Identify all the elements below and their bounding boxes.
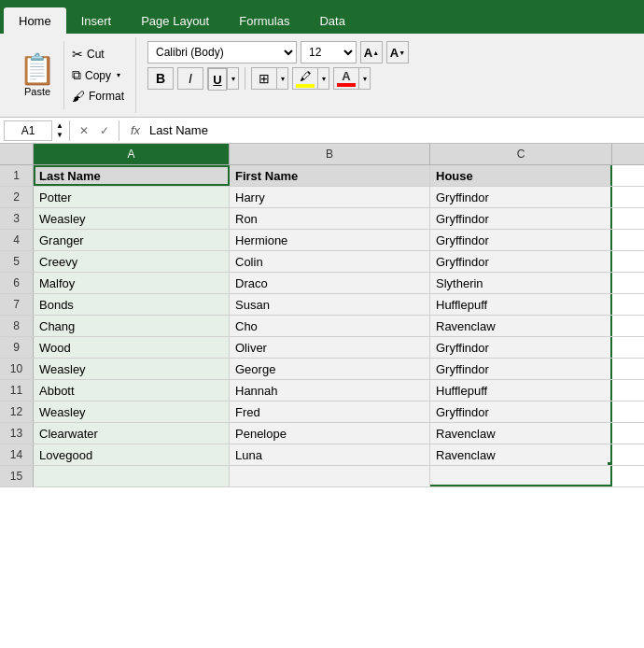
cell-b10[interactable]: George [230,359,430,379]
cell-b4[interactable]: Hermione [230,230,430,250]
cell-c15[interactable] [430,466,612,486]
cell-a15[interactable] [34,466,230,486]
paste-button[interactable]: 📋 Paste [11,41,64,109]
cell-a14[interactable]: Lovegood [34,444,230,465]
format-button[interactable]: 🖌 Format [68,87,128,106]
cell-b3[interactable]: Ron [230,208,430,229]
cell-b2[interactable]: Harry [230,187,430,207]
font-grow-button[interactable]: A▲ [360,41,383,63]
col-header-a[interactable]: A [34,144,230,164]
cell-c8[interactable]: Ravenclaw [430,316,612,336]
font-size-select[interactable]: 12 8 9 10 11 14 16 [301,41,357,63]
underline-dropdown[interactable]: ▾ [227,68,238,89]
cell-c7[interactable]: Hufflepuff [430,294,612,315]
col-header-b[interactable]: B [230,144,430,164]
font-color-bar [337,83,356,87]
tab-formulas[interactable]: Formulas [224,7,304,34]
cell-c5[interactable]: Gryffindor [430,251,612,272]
italic-button[interactable]: I [177,67,203,90]
row-number: 5 [0,251,34,272]
cell-b9[interactable]: Oliver [230,337,430,358]
underline-button[interactable]: U [208,68,227,91]
font-color-dropdown[interactable]: ▾ [358,68,370,89]
cell-b5[interactable]: Colin [230,251,430,272]
cell-c13[interactable]: Ravenclaw [430,423,612,444]
formula-content: Last Name [149,123,208,137]
border-button[interactable]: ⊞ ▾ [251,67,288,90]
cell-a8[interactable]: Chang [34,316,230,336]
cell-c10[interactable]: Gryffindor [430,359,612,379]
cut-button[interactable]: ✂ Cut [68,45,128,63]
cell-b14[interactable]: Luna [230,444,430,465]
cell-c14[interactable]: Ravenclaw [430,444,612,465]
cell-c12[interactable]: Gryffindor [430,401,612,422]
table-row: 3WeasleyRonGryffindor [0,208,644,230]
highlight-dropdown[interactable]: ▾ [317,68,329,89]
cell-b11[interactable]: Hannah [230,380,430,401]
cell-ref-arrows[interactable]: ▲ ▼ [56,121,63,139]
copy-button[interactable]: ⧉ Copy ▾ [68,65,128,85]
cell-c1[interactable]: House [430,165,612,186]
table-row: 5CreevyColinGryffindor [0,251,644,273]
row-number: 12 [0,401,34,422]
cell-b7[interactable]: Susan [230,294,430,315]
cell-c3[interactable]: Gryffindor [430,208,612,229]
cell-a5[interactable]: Creevy [34,251,230,272]
cell-a7[interactable]: Bonds [34,294,230,315]
cell-a3[interactable]: Weasley [34,208,230,229]
cell-c6[interactable]: Slytherin [430,273,612,293]
col-header-c[interactable]: C [430,144,612,164]
table-row: 2PotterHarryGryffindor [0,187,644,208]
row-number: 2 [0,187,34,207]
cell-a9[interactable]: Wood [34,337,230,358]
tab-page-layout[interactable]: Page Layout [126,7,224,34]
cell-a10[interactable]: Weasley [34,359,230,379]
highlight-color-button[interactable]: 🖍 ▾ [292,67,329,90]
font-shrink-button[interactable]: A▼ [386,41,409,63]
clipboard-group: 📋 Paste ✂ Cut ⧉ Copy ▾ 🖌 Format [7,37,136,113]
cell-c11[interactable]: Hufflepuff [430,380,612,401]
formula-divider2 [119,120,119,141]
cell-a1[interactable]: Last Name [34,165,230,186]
formula-bar: A1 ▲ ▼ ✕ ✓ fx Last Name [0,118,644,144]
cell-c4[interactable]: Gryffindor [430,230,612,250]
cell-c2[interactable]: Gryffindor [430,187,612,207]
copy-dropdown-icon[interactable]: ▾ [117,71,120,79]
cell-b13[interactable]: Penelope [230,423,430,444]
tab-insert[interactable]: Insert [66,7,127,34]
font-color-button[interactable]: A ▾ [333,67,371,90]
cell-c9[interactable]: Gryffindor [430,337,612,358]
cell-a12[interactable]: Weasley [34,401,230,422]
cell-a13[interactable]: Clearwater [34,423,230,444]
table-row: 13ClearwaterPenelopeRavenclaw [0,423,644,444]
cut-icon: ✂ [72,47,83,62]
table-row: 4GrangerHermioneGryffindor [0,230,644,251]
formula-confirm-button[interactable]: ✓ [96,124,113,137]
bold-button[interactable]: B [147,67,174,90]
cell-ref-up-arrow[interactable]: ▲ [56,121,63,130]
row-number: 1 [0,165,34,186]
cell-b12[interactable]: Fred [230,401,430,422]
table-row: 1Last NameFirst NameHouse [0,165,644,187]
cell-b6[interactable]: Draco [230,273,430,293]
font-family-select[interactable]: Calibri (Body) [147,41,297,63]
cell-a4[interactable]: Granger [34,230,230,250]
fill-handle[interactable] [608,462,612,465]
paste-icon: 📋 [19,54,56,84]
cell-a6[interactable]: Malfoy [34,273,230,293]
table-row: 11AbbottHannahHufflepuff [0,380,644,401]
ribbon-body: 📋 Paste ✂ Cut ⧉ Copy ▾ 🖌 Format Calibri … [0,34,644,118]
table-row: 6MalfoyDracoSlytherin [0,273,644,294]
tab-home[interactable]: Home [4,7,66,34]
border-dropdown[interactable]: ▾ [276,68,287,89]
tab-data[interactable]: Data [304,7,359,34]
cell-a2[interactable]: Potter [34,187,230,207]
font-color-icon: A [334,68,358,89]
cell-b8[interactable]: Cho [230,316,430,336]
formula-cancel-button[interactable]: ✕ [76,124,92,137]
cell-reference-box[interactable]: A1 [4,120,52,141]
cell-b1[interactable]: First Name [230,165,430,186]
cell-ref-down-arrow[interactable]: ▼ [56,131,63,139]
cell-a11[interactable]: Abbott [34,380,230,401]
cell-b15[interactable] [230,466,430,486]
